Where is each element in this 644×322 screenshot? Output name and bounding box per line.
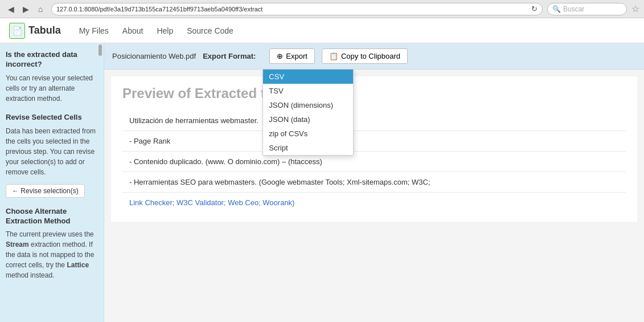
browser-chrome: ◀ ▶ ⌂ 127.0.0.1:8080/pdf/e3a19d713b155ca… <box>0 0 644 18</box>
logo-text: Tabula <box>28 25 61 36</box>
toolbar: Posicionamiento Web.pdf Export Format: C… <box>104 43 644 70</box>
export-label: Export <box>286 52 307 60</box>
dropdown-item-json-data[interactable]: JSON (data) <box>263 112 353 127</box>
reload-button[interactable]: ↻ <box>531 5 538 13</box>
data-cell: - Page Rank <box>122 131 626 152</box>
nav-links: My Files About Help Source Code <box>79 26 233 35</box>
sidebar-incorrect-title: Is the extracted data incorrect? <box>6 50 98 70</box>
lattice-emphasis: Lattice <box>67 261 89 269</box>
data-cell: - Contenido duplicado. (www. O dominio.c… <box>122 152 626 172</box>
filename-label: Posicionamiento Web.pdf <box>112 52 196 60</box>
data-cell: Link Checker; W3C Validator; Web Ceo; Wo… <box>122 193 626 213</box>
preview-section: Preview of Extracted ta Utilización de h… <box>111 76 637 222</box>
table-row: Link Checker; W3C Validator; Web Ceo; Wo… <box>122 193 626 213</box>
back-button[interactable]: ◀ <box>5 3 17 15</box>
home-button[interactable]: ⌂ <box>34 3 47 15</box>
sidebar-method-title: Choose Alternate Extraction Method <box>6 207 98 226</box>
nav-buttons: ◀ ▶ ⌂ <box>5 3 47 15</box>
search-box[interactable]: 🔍 Buscar <box>547 3 627 15</box>
clipboard-label: Copy to Clipboard <box>341 52 400 60</box>
stream-emphasis: Stream <box>6 241 29 248</box>
main-layout: Is the extracted data incorrect? You can… <box>0 43 644 322</box>
logo-icon: 📄 <box>9 23 25 39</box>
sidebar: Is the extracted data incorrect? You can… <box>0 43 104 322</box>
clipboard-icon: 📋 <box>329 52 338 60</box>
sidebar-incorrect-body: You can revise your selected cells or tr… <box>6 73 98 104</box>
dropdown-item-json-dimensions[interactable]: JSON (dimensions) <box>263 98 353 112</box>
preview-title-prefix: Preview of Extracted <box>122 85 261 101</box>
nav-about[interactable]: About <box>122 26 143 35</box>
nav-source-code[interactable]: Source Code <box>187 26 233 35</box>
sidebar-section-method: Choose Alternate Extraction Method The c… <box>6 207 98 281</box>
preview-title: Preview of Extracted ta <box>122 85 626 101</box>
sidebar-section-revise: Revise Selected Cells Data has been extr… <box>6 113 98 198</box>
url-text: 127.0.0.1:8080/pdf/e3a19d713b155ca712451… <box>56 6 531 13</box>
bookmark-button[interactable]: ☆ <box>631 3 639 14</box>
table-row: - Herramientas SEO para webmasters. (Goo… <box>122 172 626 193</box>
link-checker-link[interactable]: Link Checker; W3C Validator; Web Ceo; Wo… <box>129 198 294 207</box>
sidebar-method-body: The current preview uses the Stream extr… <box>6 229 98 280</box>
data-cell: - Herramientas SEO para webmasters. (Goo… <box>122 172 626 193</box>
clipboard-button[interactable]: 📋 Copy to Clipboard <box>322 48 408 64</box>
sidebar-revise-body: Data has been extracted from the cells y… <box>6 126 98 177</box>
dropdown-item-tsv[interactable]: TSV <box>263 84 353 98</box>
data-cell: Utilización de herramientas webmaster. <box>122 111 626 131</box>
format-dropdown-menu: CSV TSV JSON (dimensions) JSON (data) zi… <box>262 69 354 156</box>
nav-help[interactable]: Help <box>157 26 173 35</box>
dropdown-item-script[interactable]: Script <box>263 141 353 155</box>
forward-button[interactable]: ▶ <box>19 3 32 15</box>
search-placeholder: Buscar <box>563 5 584 13</box>
dropdown-item-zip-csvs[interactable]: zip of CSVs <box>263 127 353 141</box>
export-icon: ⊕ <box>277 52 283 60</box>
data-table: Utilización de herramientas webmaster. -… <box>122 111 626 213</box>
table-row: - Page Rank <box>122 131 626 152</box>
table-row: - Contenido duplicado. (www. O dominio.c… <box>122 152 626 172</box>
logo: 📄 Tabula <box>9 23 61 39</box>
nav-my-files[interactable]: My Files <box>79 26 109 35</box>
sidebar-section-incorrect: Is the extracted data incorrect? You can… <box>6 50 98 104</box>
content-area: Posicionamiento Web.pdf Export Format: C… <box>104 43 644 322</box>
search-icon: 🔍 <box>552 5 561 13</box>
scrollbar[interactable] <box>98 43 102 322</box>
table-row: Utilización de herramientas webmaster. <box>122 111 626 131</box>
app-header: 📄 Tabula My Files About Help Source Code <box>0 18 644 43</box>
scroll-thumb <box>99 44 102 56</box>
dropdown-item-csv[interactable]: CSV <box>263 70 353 84</box>
revise-selection-button[interactable]: ← Revise selection(s) <box>6 184 85 198</box>
export-format-label: Export Format: <box>203 52 256 60</box>
sidebar-revise-title: Revise Selected Cells <box>6 113 98 123</box>
export-button[interactable]: ⊕ Export <box>269 48 315 64</box>
address-bar[interactable]: 127.0.0.1:8080/pdf/e3a19d713b155ca712451… <box>51 3 543 15</box>
